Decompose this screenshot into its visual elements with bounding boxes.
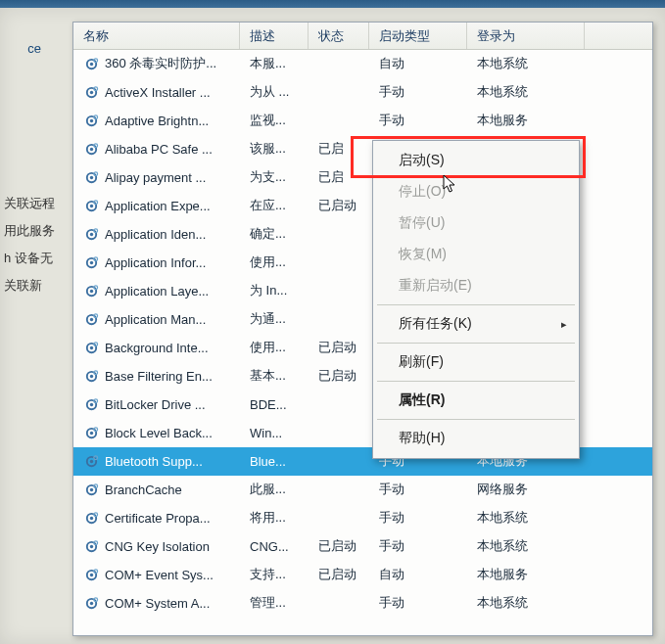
context-item[interactable]: 启动(S) — [375, 145, 577, 176]
service-name-cell[interactable]: Alibaba PC Safe ... — [73, 141, 240, 157]
context-item[interactable]: 属性(R) — [375, 385, 577, 416]
svg-point-35 — [93, 370, 97, 374]
service-start-cell: 手动 — [369, 594, 467, 612]
service-state-cell: 已启动 — [309, 566, 369, 583]
service-name-cell[interactable]: Application Infor... — [73, 254, 240, 270]
table-row[interactable]: Certificate Propa...将用...手动本地系统 — [73, 504, 652, 532]
sidebar-line: 关联新 — [4, 272, 65, 299]
table-row[interactable]: COM+ System A...管理...手动本地系统 — [73, 589, 652, 618]
col-header-name[interactable]: 名称 — [73, 23, 240, 49]
table-row[interactable]: 360 杀毒实时防护...本服...自动本地系统 — [73, 50, 652, 78]
service-name-text: Certificate Propa... — [105, 511, 211, 526]
service-start-cell: 自动 — [369, 566, 467, 583]
service-state-cell: 已启动 — [309, 367, 369, 385]
service-start-cell: 手动 — [369, 537, 467, 555]
svg-point-17 — [93, 200, 97, 204]
service-desc-cell: Blue... — [240, 454, 309, 469]
service-state-cell: 已启动 — [309, 537, 369, 555]
service-name-text: ActiveX Installer ... — [105, 85, 211, 100]
service-gear-icon — [83, 482, 99, 497]
table-row[interactable]: Adaptive Brightn...监视...手动本地服务 — [73, 107, 652, 135]
service-gear-icon — [83, 56, 99, 71]
table-row[interactable]: BranchCache此服...手动网络服务 — [73, 476, 652, 504]
service-name-cell[interactable]: Application Iden... — [73, 226, 240, 242]
svg-point-32 — [93, 342, 97, 345]
context-item[interactable]: 刷新(F) — [375, 346, 577, 378]
service-name-text: 360 杀毒实时防护... — [105, 55, 216, 72]
service-name-cell[interactable]: BranchCache — [73, 482, 240, 497]
service-start-cell: 手动 — [369, 112, 467, 129]
service-gear-icon — [83, 283, 99, 299]
service-name-cell[interactable]: Application Expe... — [73, 198, 240, 213]
service-name-cell[interactable]: Bluetooth Supp... — [73, 453, 240, 469]
service-desc-cell: 确定... — [240, 225, 309, 243]
service-name-text: Application Infor... — [105, 255, 206, 270]
table-row[interactable]: ActiveX Installer ...为从 ...手动本地系统 — [73, 78, 652, 107]
col-header-start[interactable]: 启动类型 — [369, 23, 467, 49]
service-name-cell[interactable]: Base Filtering En... — [73, 368, 240, 384]
svg-point-43 — [89, 459, 92, 462]
service-name-text: Application Laye... — [105, 284, 209, 299]
svg-point-58 — [89, 601, 92, 604]
service-name-text: Application Expe... — [105, 199, 211, 213]
context-separator — [377, 343, 575, 344]
svg-point-40 — [89, 431, 92, 434]
service-name-cell[interactable]: Certificate Propa... — [73, 510, 240, 526]
service-desc-cell: Win... — [240, 426, 309, 440]
service-name-cell[interactable]: COM+ System A... — [73, 595, 240, 611]
service-name-text: Block Level Back... — [105, 426, 213, 440]
svg-point-28 — [89, 317, 92, 320]
svg-point-46 — [89, 487, 92, 490]
left-sidebar: ce 关联远程 用此服务 h 设备无 关联新 — [0, 27, 69, 307]
service-name-cell[interactable]: Background Inte... — [73, 340, 240, 355]
service-name-cell[interactable]: Block Level Back... — [73, 425, 240, 440]
service-name-cell[interactable]: CNG Key Isolation — [73, 538, 240, 554]
context-item[interactable]: 所有任务(K) — [375, 308, 577, 340]
col-header-state[interactable]: 状态 — [309, 23, 369, 49]
svg-point-8 — [93, 115, 97, 118]
col-header-logon[interactable]: 登录为 — [467, 23, 585, 49]
service-logon-cell: 本地系统 — [467, 537, 585, 555]
service-name-cell[interactable]: Alipay payment ... — [73, 169, 240, 185]
context-item[interactable]: 帮助(H) — [375, 423, 577, 454]
svg-point-14 — [93, 171, 97, 175]
service-name-cell[interactable]: Application Man... — [73, 311, 240, 327]
service-name-cell[interactable]: Adaptive Brightn... — [73, 113, 240, 128]
svg-point-20 — [93, 228, 97, 232]
sidebar-line: h 设备无 — [4, 245, 65, 272]
table-row[interactable]: COM+ Event Sys...支持...已启动自动本地服务 — [73, 561, 652, 589]
svg-point-37 — [89, 402, 92, 405]
service-logon-cell: 本地服务 — [467, 566, 585, 583]
svg-point-26 — [93, 285, 97, 289]
service-state-cell: 已启动 — [309, 197, 369, 214]
service-name-cell[interactable]: ActiveX Installer ... — [73, 84, 240, 100]
service-name-text: Background Inte... — [105, 341, 209, 355]
service-name-cell[interactable]: Application Laye... — [73, 283, 240, 299]
service-desc-cell: 支持... — [240, 566, 309, 583]
service-name-cell[interactable]: BitLocker Drive ... — [73, 396, 240, 412]
service-state-cell: 已启 — [309, 140, 369, 158]
service-name-text: Alibaba PC Safe ... — [105, 142, 213, 157]
svg-point-38 — [93, 398, 97, 402]
svg-point-41 — [93, 427, 97, 431]
service-desc-cell: 为支... — [240, 168, 309, 186]
cursor-icon — [443, 174, 458, 194]
service-desc-cell: 此服... — [240, 481, 309, 498]
service-gear-icon — [83, 254, 99, 270]
column-header-row[interactable]: 名称 描述 状态 启动类型 登录为 — [73, 23, 652, 50]
context-separator — [377, 304, 575, 305]
svg-point-11 — [93, 143, 97, 147]
service-gear-icon — [83, 425, 99, 440]
svg-point-47 — [93, 483, 97, 487]
service-name-text: COM+ Event Sys... — [105, 568, 214, 582]
service-name-cell[interactable]: COM+ Event Sys... — [73, 567, 240, 582]
col-header-desc[interactable]: 描述 — [240, 23, 309, 49]
window-title-bar — [0, 0, 665, 8]
service-desc-cell: BDE... — [240, 397, 309, 412]
service-name-cell[interactable]: 360 杀毒实时防护... — [73, 55, 240, 72]
table-row[interactable]: CNG Key IsolationCNG...已启动手动本地系统 — [73, 532, 652, 561]
service-desc-cell: 为 In... — [240, 282, 309, 299]
service-name-text: BranchCache — [105, 483, 182, 497]
service-gear-icon — [83, 340, 99, 355]
service-logon-cell: 本地系统 — [467, 594, 585, 612]
